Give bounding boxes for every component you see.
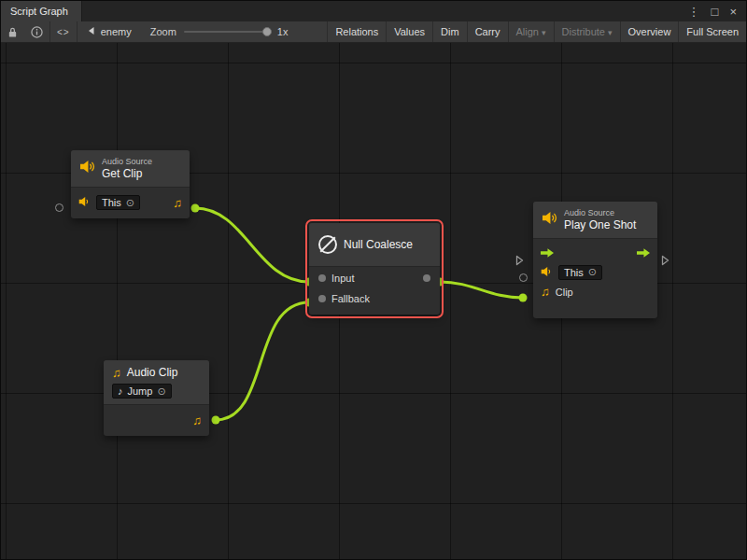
button-label: Relations bbox=[335, 26, 378, 37]
window-controls: ⋮ □ × bbox=[679, 1, 746, 21]
node-body: This ⊙ ♫ bbox=[71, 188, 190, 218]
clip-label: Clip bbox=[556, 287, 573, 298]
audio-clip-input-icon[interactable]: ♫ bbox=[541, 286, 550, 298]
object-picker-icon: ⊙ bbox=[126, 198, 134, 208]
node-category: Audio Source bbox=[102, 157, 152, 167]
fallback-port-row: Fallback bbox=[309, 288, 440, 309]
this-value: This bbox=[102, 197, 121, 208]
button-label: Full Screen bbox=[686, 26, 739, 37]
toolbar-button-relations[interactable]: Relations bbox=[327, 21, 386, 42]
node-body: ♫ bbox=[104, 405, 209, 436]
port-dot[interactable] bbox=[191, 204, 200, 213]
zoom-slider-knob[interactable] bbox=[262, 27, 272, 36]
value-output-row: ♫ bbox=[104, 408, 209, 432]
dropdown-arrow-icon: ▾ bbox=[542, 28, 546, 37]
window-menu-icon[interactable]: ⋮ bbox=[688, 6, 700, 18]
audio-source-icon bbox=[542, 211, 557, 229]
toolbar-button-dim[interactable]: Dim bbox=[432, 21, 467, 42]
graph-toolbar: <> enemy Zoom 1x Relations Values Dim Ca… bbox=[1, 21, 746, 43]
code-preview-icon[interactable]: <> bbox=[50, 21, 77, 42]
this-value: This bbox=[564, 267, 584, 278]
graph-canvas[interactable]: Audio Source Get Clip This ⊙ ♫ bbox=[1, 43, 746, 559]
tab-script-graph[interactable]: Script Graph bbox=[1, 1, 82, 21]
fallback-port[interactable] bbox=[318, 295, 326, 302]
info-icon[interactable] bbox=[24, 21, 49, 42]
input-label: Input bbox=[331, 273, 354, 284]
wire-audioclip-to-fallback[interactable] bbox=[216, 302, 309, 420]
toolbar-button-overview[interactable]: Overview bbox=[620, 21, 679, 42]
node-audio-clip[interactable]: ♫ Audio Clip ♪ Jump ⊙ ♫ bbox=[104, 360, 209, 436]
toolbar-button-distribute: Distribute▾ bbox=[554, 21, 620, 42]
lock-icon[interactable] bbox=[1, 21, 24, 42]
fallback-label: Fallback bbox=[331, 293, 370, 304]
node-titles: Audio Source Play One Shot bbox=[564, 208, 636, 231]
button-label: Align bbox=[516, 26, 539, 37]
wire-result-to-clip[interactable] bbox=[440, 282, 523, 298]
button-label: Dim bbox=[441, 26, 459, 37]
object-picker-icon: ⊙ bbox=[588, 267, 597, 277]
port-dot[interactable] bbox=[519, 294, 528, 302]
port-this-input-playoneshot[interactable] bbox=[519, 273, 528, 282]
this-object-dropdown[interactable]: This ⊙ bbox=[558, 265, 602, 280]
this-port-row: This ⊙ ♫ bbox=[71, 190, 190, 215]
titlebar: Script Graph ⋮ □ × bbox=[1, 1, 746, 21]
port-control-input[interactable] bbox=[515, 253, 524, 270]
toolbar-buttons: Relations Values Dim Carry Align▾ Distri… bbox=[327, 21, 746, 42]
node-header: ♫ Audio Clip ♪ Jump ⊙ bbox=[104, 360, 209, 405]
wire-getclip-to-input[interactable] bbox=[195, 208, 309, 282]
node-title: Null Coalesce bbox=[344, 238, 413, 251]
audio-clip-output-icon[interactable]: ♫ bbox=[173, 197, 182, 209]
node-title: Get Clip bbox=[102, 167, 152, 180]
node-body: This ⊙ ♫ Clip bbox=[533, 239, 657, 318]
node-titles: Audio Source Get Clip bbox=[102, 157, 152, 180]
node-body: Input Fallback bbox=[309, 267, 440, 315]
node-title: Audio Clip bbox=[127, 366, 178, 379]
control-output-arrow-icon[interactable] bbox=[637, 245, 650, 261]
toolbar-button-carry[interactable]: Carry bbox=[467, 21, 508, 42]
control-input-arrow-icon[interactable] bbox=[541, 245, 554, 261]
node-header: Null Coalesce bbox=[309, 223, 440, 267]
result-output-port[interactable] bbox=[423, 274, 430, 282]
graph-breadcrumb[interactable]: enemy bbox=[78, 21, 141, 42]
window-close-icon[interactable]: × bbox=[729, 6, 737, 18]
node-category: Audio Source bbox=[564, 208, 636, 218]
audio-clip-icon: ♫ bbox=[112, 367, 121, 379]
unity-graph-window: Script Graph ⋮ □ × <> enemy Zoom 1x bbox=[0, 0, 747, 560]
this-port-row: This ⊙ bbox=[533, 262, 657, 282]
audio-clip-output-icon[interactable]: ♫ bbox=[192, 414, 202, 427]
audio-clip-value: Jump bbox=[128, 385, 153, 397]
toolbar-button-fullscreen[interactable]: Full Screen bbox=[678, 21, 746, 42]
audio-clip-value-dropdown[interactable]: ♪ Jump ⊙ bbox=[112, 384, 172, 399]
input-port-row: Input bbox=[309, 268, 440, 288]
this-object-dropdown[interactable]: This ⊙ bbox=[96, 195, 140, 210]
graph-breadcrumb-icon bbox=[87, 26, 96, 37]
node-get-clip[interactable]: Audio Source Get Clip This ⊙ ♫ bbox=[71, 150, 190, 218]
port-this-input-getclip[interactable] bbox=[55, 203, 63, 212]
small-note-icon: ♪ bbox=[118, 386, 123, 397]
input-port[interactable] bbox=[318, 274, 326, 282]
zoom-slider[interactable] bbox=[184, 31, 270, 33]
port-dot[interactable] bbox=[212, 416, 220, 425]
button-label: Carry bbox=[475, 26, 500, 37]
node-header: Audio Source Play One Shot bbox=[533, 202, 657, 239]
speaker-icon bbox=[78, 194, 91, 211]
clip-port-row: ♫ Clip bbox=[533, 282, 657, 301]
zoom-label: Zoom bbox=[150, 26, 176, 37]
zoom-value: 1x bbox=[277, 26, 289, 37]
port-control-output[interactable] bbox=[661, 253, 669, 270]
null-coalesce-icon bbox=[318, 235, 337, 254]
titlebar-spacer bbox=[82, 1, 679, 21]
tab-title: Script Graph bbox=[10, 6, 68, 17]
toolbar-button-values[interactable]: Values bbox=[386, 21, 432, 42]
node-header: Audio Source Get Clip bbox=[71, 150, 190, 188]
node-title: Play One Shot bbox=[564, 218, 636, 231]
node-null-coalesce[interactable]: Null Coalesce Input Fallback bbox=[309, 223, 440, 315]
graph-breadcrumb-label: enemy bbox=[101, 26, 132, 37]
zoom-control: Zoom 1x bbox=[141, 26, 298, 37]
node-play-one-shot[interactable]: Audio Source Play One Shot bbox=[533, 202, 657, 318]
node-title-row: ♫ Audio Clip bbox=[112, 366, 177, 379]
object-picker-icon: ⊙ bbox=[157, 386, 165, 397]
button-label: Overview bbox=[628, 26, 671, 37]
button-label: Distribute bbox=[562, 26, 605, 37]
window-maximize-icon[interactable]: □ bbox=[712, 6, 719, 18]
